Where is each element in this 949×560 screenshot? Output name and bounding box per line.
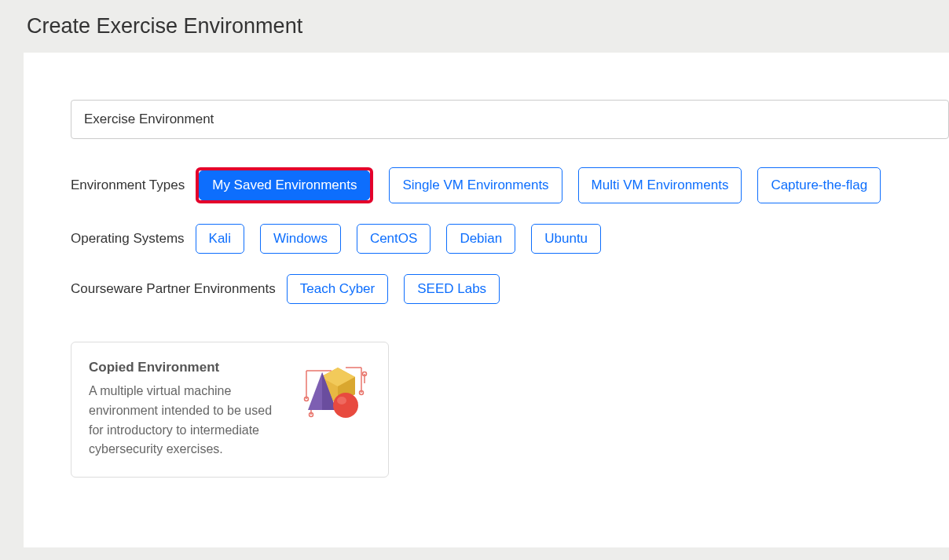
operating-systems-label: Operating Systems: [71, 231, 185, 247]
operating-systems-row: Operating Systems Kali Windows CentOS De…: [71, 224, 949, 254]
environment-card-description: A multiple virtual machine environment i…: [89, 382, 288, 459]
filter-kali[interactable]: Kali: [196, 224, 244, 254]
filter-windows[interactable]: Windows: [260, 224, 341, 254]
environment-name-input[interactable]: [71, 100, 949, 139]
filter-debian[interactable]: Debian: [446, 224, 515, 254]
page-title: Create Exercise Environment: [0, 0, 949, 53]
filter-centos[interactable]: CentOS: [357, 224, 431, 254]
filter-my-saved-environments[interactable]: My Saved Environments: [199, 170, 370, 200]
operating-systems-buttons: Kali Windows CentOS Debian Ubuntu: [196, 224, 602, 254]
environment-types-row: Environment Types My Saved Environments …: [71, 167, 949, 203]
courseware-label: Courseware Partner Environments: [71, 281, 276, 297]
active-filter-highlight: My Saved Environments: [196, 167, 373, 203]
courseware-buttons: Teach Cyber SEED Labs: [287, 274, 500, 304]
filter-capture-the-flag[interactable]: Capture-the-flag: [757, 167, 881, 203]
page-container: Create Exercise Environment Environment …: [0, 0, 949, 547]
environment-cards: Copied Environment A multiple virtual ma…: [71, 342, 949, 478]
environment-types-label: Environment Types: [71, 178, 185, 193]
svg-point-16: [337, 397, 346, 404]
geometric-shapes-icon: [300, 360, 371, 423]
filter-multi-vm-environments[interactable]: Multi VM Environments: [578, 167, 742, 203]
filter-single-vm-environments[interactable]: Single VM Environments: [389, 167, 562, 203]
filter-seed-labs[interactable]: SEED Labs: [404, 274, 500, 304]
environment-card-text: Copied Environment A multiple virtual ma…: [89, 360, 288, 459]
environment-types-buttons: My Saved Environments Single VM Environm…: [196, 167, 881, 203]
filter-ubuntu[interactable]: Ubuntu: [531, 224, 601, 254]
svg-point-15: [333, 393, 358, 418]
filter-teach-cyber[interactable]: Teach Cyber: [287, 274, 388, 304]
environment-card-title: Copied Environment: [89, 360, 288, 375]
courseware-row: Courseware Partner Environments Teach Cy…: [71, 274, 949, 304]
content-panel: Environment Types My Saved Environments …: [24, 53, 949, 547]
environment-card[interactable]: Copied Environment A multiple virtual ma…: [71, 342, 389, 478]
environment-card-icon: [300, 360, 371, 423]
